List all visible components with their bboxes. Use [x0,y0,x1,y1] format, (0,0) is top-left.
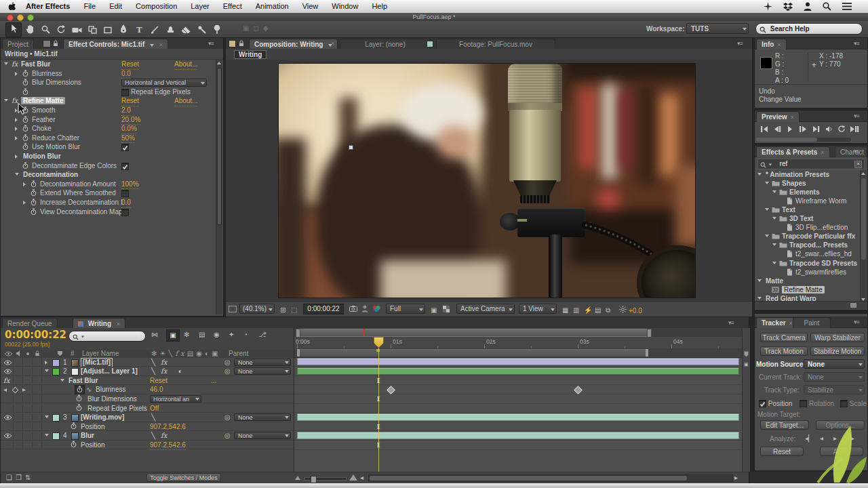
timeline-layer-row[interactable]: 3[Writing.mov]╲◎None [1,413,294,422]
zoom-in-mountain-icon[interactable] [349,474,357,481]
panel-menu-icon[interactable]: ▾≡ [854,148,865,155]
puppet-pin-tool[interactable] [210,24,224,38]
edit-target-button[interactable]: Edit Target... [760,420,809,430]
audio-button[interactable] [823,125,834,134]
menu-composition[interactable]: Composition [129,0,184,13]
property-value[interactable]: 0.0% [121,124,137,134]
twirl-icon[interactable] [757,173,762,176]
layer-name[interactable]: Blur [81,431,94,441]
draft-3d-icon[interactable]: ▣ [166,329,180,342]
tree-item[interactable]: * Animation Presets [755,170,861,180]
stopwatch-icon[interactable] [76,394,82,402]
tab-tracker[interactable]: Tracker× [756,317,798,328]
twirl-icon[interactable] [757,279,762,282]
twirl-icon[interactable] [765,208,769,211]
menu-animation[interactable]: Animation [249,0,296,13]
apple-menu-icon[interactable] [8,2,16,11]
property-dropdown[interactable]: Horizontal an [150,395,201,403]
tab-footage[interactable]: Footage: PullFocus.mov [436,39,555,49]
clear-search-icon[interactable]: × [854,161,862,168]
menu-edit[interactable]: Edit [102,0,129,13]
twirl-icon[interactable] [772,190,776,193]
twirl-icon[interactable] [23,182,26,186]
twirl-icon[interactable] [772,217,776,220]
position-checkbox[interactable] [759,400,766,407]
tree-item[interactable]: Trapcode Particular ffx [755,232,861,241]
tab-project[interactable]: Project [2,39,34,49]
close-icon[interactable]: × [791,114,794,121]
channels-icon[interactable] [372,305,381,312]
active-camera-dropdown[interactable]: Active Camera [456,304,515,314]
tree-item[interactable]: 3D Flip...eflection [755,223,861,232]
viewer-timecode[interactable]: 0:00:00:22 [303,304,344,314]
warp-stabilizer-button[interactable]: Warp Stabilizer [810,333,865,342]
work-area-end-handle[interactable] [646,349,648,357]
layer-label-chip[interactable] [52,368,60,375]
composition-image[interactable] [279,64,695,298]
tree-item[interactable]: Matte [755,277,861,286]
menu-view[interactable]: View [296,0,326,13]
snapshot-icon[interactable] [349,306,357,312]
twirl-icon[interactable] [4,62,8,65]
twirl-icon[interactable] [15,155,18,159]
roto-brush-tool[interactable] [194,24,209,38]
twirl-icon[interactable] [15,118,18,122]
parent-dropdown[interactable]: None [234,367,291,375]
twirl-icon[interactable] [772,243,776,246]
reset-link[interactable]: Reset [121,60,139,70]
menu-layer[interactable]: Layer [184,0,216,13]
work-area-bar[interactable] [297,349,648,357]
tree-item[interactable]: Trapcod... Presets [755,241,861,250]
next-keyframe-icon[interactable]: ▸ [22,385,26,394]
close-icon[interactable]: × [159,41,163,48]
timeline-property-row[interactable]: fxFast BlurReset... [1,376,294,386]
stopwatch-icon[interactable] [76,404,82,411]
panel-menu-icon[interactable]: ▾≡ [854,40,865,47]
twirl-icon[interactable] [15,127,18,131]
tab-effect-controls[interactable]: Effect Controls: Mic1.tif × [63,39,168,49]
preset-search-input[interactable]: ref × [757,159,865,169]
close-icon[interactable]: × [821,149,824,156]
property-checkbox[interactable] [121,144,129,151]
zoom-tool[interactable] [38,24,53,38]
list-icon[interactable] [842,1,852,12]
safe-margins-icon[interactable]: ⊞ [280,304,285,317]
property-group-name[interactable]: Motion Blur [23,152,61,161]
menu-window[interactable]: Window [325,0,365,13]
next-frame-button[interactable] [797,125,808,134]
tab-writing-comp[interactable]: Writing × [73,318,125,329]
mini-flowchart-icon[interactable]: ⋈ [151,331,158,338]
stopwatch-icon[interactable] [22,116,28,123]
rotation-tool[interactable] [54,24,68,38]
pan-behind-tool[interactable] [85,25,100,39]
effect-name[interactable]: Refine Matte [21,96,65,106]
comp-navigator-chip[interactable]: Writing [234,50,267,59]
timeline-property-row[interactable]: Position907.2,542.6 [1,441,294,450]
stopwatch-icon[interactable] [77,386,83,393]
parent-dropdown[interactable]: None [234,359,291,366]
tree-item[interactable]: t2_swarmfireflies [755,268,861,277]
tree-item[interactable]: 3D Text [755,214,861,224]
adjustment-switch[interactable]: ◐ [178,367,182,376]
lock-icon[interactable] [239,40,244,47]
scale-checkbox[interactable] [840,400,848,407]
property-name[interactable]: Position [81,422,105,432]
grid-options-icon[interactable]: ▦ [562,304,568,317]
menu-after-effects[interactable]: After Effects [19,0,77,13]
region-of-interest-icon[interactable]: ▣ [431,304,437,317]
pen-tool[interactable] [116,24,131,37]
stopwatch-icon[interactable] [22,143,28,150]
sparkle-icon[interactable] [764,0,772,12]
property-value[interactable]: 46.0 [150,385,163,395]
eye-icon[interactable] [3,415,12,420]
close-icon[interactable]: × [777,41,781,48]
pixel-aspect-icon[interactable]: ▥ [573,304,579,317]
twirl-icon[interactable] [772,262,776,264]
eye-icon[interactable] [3,369,12,374]
menu-help[interactable]: Help [365,0,394,13]
spotlight-icon[interactable] [823,0,831,12]
layer-duration-bar[interactable] [297,358,739,365]
toggle-switches-modes-button[interactable]: Toggle Switches / Modes [146,473,221,482]
panel-menu-icon[interactable]: ▾≡ [728,319,739,326]
help-search-input[interactable]: Search Help [755,23,863,35]
